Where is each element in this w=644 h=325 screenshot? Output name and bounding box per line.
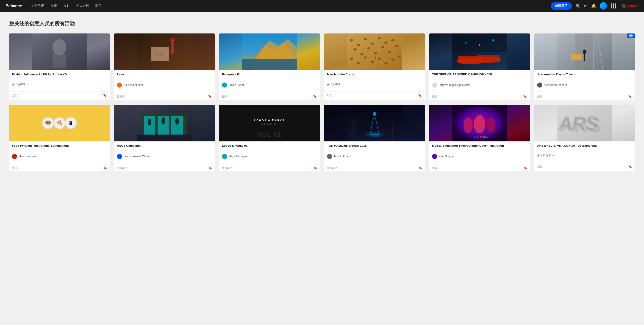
card-category-patagonia: 摄影 (222, 95, 227, 98)
svg-rect-6 (171, 40, 174, 54)
author-name-kia: Harvest Digital Agriculture (439, 83, 470, 87)
card-logos[interactable]: LOGOS & MARKS COLLECTION VOL 01 Logos & … (219, 105, 320, 171)
card-author-lesa: A Friend of Mine (117, 82, 212, 87)
bell-icon[interactable]: 🔔 (591, 3, 596, 8)
card-image-kia (429, 33, 530, 70)
svg-text:🍩: 🍩 (45, 120, 51, 126)
bookmark-tokyo1[interactable]: 🔖 (628, 95, 632, 98)
svg-rect-11 (242, 59, 297, 70)
svg-rect-12 (347, 33, 402, 70)
svg-point-79 (373, 112, 376, 116)
svg-rect-41 (477, 55, 500, 62)
avatar[interactable] (600, 2, 607, 10)
card-food[interactable]: 🍩 🍕 📱 Food Pyramid Illustrations & Anima… (9, 105, 110, 171)
card-kia[interactable]: THE NEW KIA PROCEED CAMPAIGN - CGI H Har… (429, 33, 530, 100)
svg-point-1 (52, 39, 66, 55)
svg-point-26 (395, 45, 398, 47)
bookmark-food[interactable]: 🔖 (103, 166, 107, 170)
card-image-asos (114, 105, 215, 141)
card-image-muse: SIMULATION (429, 105, 530, 141)
nav-live[interactable]: 实时 (63, 4, 70, 8)
card-author-muse: Paul Shipper (432, 154, 527, 159)
svg-point-84 (464, 117, 473, 133)
card-category-tokyo1: 摄影 (537, 95, 542, 98)
card-body-logos: Logos & Marks 01 Mapa Barragan (219, 141, 320, 164)
svg-point-86 (486, 117, 496, 133)
author-name-food: Mario Jacome (18, 155, 36, 158)
card-category-ars: 摄影 (537, 165, 542, 168)
adobe-logo[interactable]: ⬛ Adobe (622, 4, 638, 8)
apps-icon[interactable] (611, 3, 616, 8)
mail-icon[interactable]: ✉ (584, 3, 588, 8)
bookmark-kia[interactable]: 🔖 (523, 95, 527, 98)
card-tokyo2[interactable]: TOKYO MICHITERASU 2018 Tatsuki Kondo 图形设… (324, 105, 425, 171)
multi-owner-label-crabs: 多个所有者 (327, 82, 341, 86)
card-tokyo1[interactable]: 最新 Just Another Day in Tokyo Alessandro … (534, 33, 635, 100)
author-avatar-food (12, 154, 17, 159)
svg-point-66 (162, 117, 165, 124)
card-title-lesa: Lesa (117, 72, 212, 81)
bookmark-tokyo2[interactable]: 🔖 (418, 166, 422, 170)
card-title-tokyo1: Just Another Day in Tokyo (537, 72, 632, 81)
author-name-muse: Paul Shipper (439, 155, 454, 158)
nav-for-you[interactable]: 为您呈现 (31, 4, 44, 8)
nav-discover[interactable]: 发现 (50, 4, 57, 8)
bookmark-asos[interactable]: 🔖 (208, 166, 212, 170)
svg-point-22 (367, 47, 370, 49)
author-avatar-tokyo2 (327, 154, 332, 159)
bookmark-ars[interactable]: 🔖 (628, 165, 632, 168)
card-fashion[interactable]: Fashion Influencer UI Kit for Adobe XD 多… (9, 33, 110, 100)
card-category-fashion: 交互 (12, 94, 17, 97)
card-title-crabs: March of the Crabs (327, 72, 422, 81)
cards-grid-row2: 🍩 🍕 📱 Food Pyramid Illustrations & Anima… (9, 105, 635, 171)
card-crabs[interactable]: March of the Crabs 多个所有者 ▾ 动画 🔖 (324, 33, 425, 100)
card-body-fashion: Fashion Influencer UI Kit for Adobe XD 多… (9, 70, 110, 91)
bookmark-muse[interactable]: 🔖 (523, 166, 527, 170)
svg-text:VOL 01: VOL 01 (257, 131, 282, 138)
card-author-patagonia: Lukas Furlan (222, 82, 317, 87)
card-ars[interactable]: ARS ARS ARS BREVIS, VITA LONGA - Ús Barc… (534, 105, 635, 171)
card-category-tokyo2: 图形设计 (327, 166, 337, 170)
card-body-patagonia: Patagonia III Lukas Furlan (219, 70, 320, 93)
card-body-crabs: March of the Crabs 多个所有者 ▾ (324, 70, 425, 91)
svg-point-34 (398, 55, 401, 57)
svg-rect-42 (452, 33, 507, 52)
svg-point-85 (474, 115, 485, 133)
svg-point-15 (364, 38, 367, 40)
card-title-food: Food Pyramid Illustrations & Animations (12, 144, 107, 152)
card-body-lesa: Lesa A Friend of Mine (114, 70, 215, 93)
bookmark-crabs[interactable]: 🔖 (418, 93, 422, 97)
svg-point-14 (357, 44, 360, 46)
card-footer-kia: 摄影 🔖 (429, 93, 530, 100)
card-title-fashion: Fashion Influencer UI Kit for Adobe XD (12, 72, 107, 81)
card-body-kia: THE NEW KIA PROCEED CAMPAIGN - CGI H Har… (429, 70, 530, 93)
svg-point-23 (374, 52, 377, 54)
card-author-crabs: 多个所有者 ▾ (327, 82, 422, 86)
multi-owner-label-fashion: 多个所有者 (12, 82, 26, 86)
card-category-food: 动画 (12, 166, 17, 170)
svg-point-65 (148, 118, 151, 125)
card-muse[interactable]: SIMULATION MUSE: Simulation Theory Album… (429, 105, 530, 171)
card-category-kia: 摄影 (432, 95, 437, 98)
nav-jobs[interactable]: 职位 (96, 4, 102, 8)
multi-owner-arrow-crabs: ▾ (342, 83, 344, 86)
svg-point-30 (370, 61, 374, 63)
card-title-muse: MUSE: Simulation Theory Album Cover illu… (432, 144, 527, 152)
behance-logo[interactable]: Bëhance (6, 4, 22, 8)
card-footer-ars: 摄影 🔖 (534, 163, 635, 170)
create-project-button[interactable]: 创建项目 (551, 2, 572, 10)
bookmark-logos[interactable]: 🔖 (313, 166, 317, 170)
card-lesa[interactable]: LESA Lesa A Friend of Mine 图形设计 🔖 (114, 33, 215, 100)
card-patagonia[interactable]: Patagonia III Lukas Furlan 摄影 🔖 (219, 33, 320, 100)
card-footer-tokyo2: 图形设计 🔖 (324, 164, 425, 171)
bookmark-lesa[interactable]: 🔖 (208, 95, 212, 98)
svg-point-44 (492, 39, 494, 41)
svg-text:SIMULATION: SIMULATION (470, 136, 488, 138)
card-footer-logos: 图形设计 🔖 (219, 164, 320, 171)
bookmark-patagonia[interactable]: 🔖 (313, 95, 317, 98)
card-footer-crabs: 动画 🔖 (324, 91, 425, 99)
card-asos[interactable]: ASOS Campaign Frans-Friso de Winter 图形设计… (114, 105, 215, 171)
search-icon[interactable]: 🔍 (576, 3, 580, 8)
bookmark-fashion[interactable]: 🔖 (103, 93, 107, 97)
nav-profile[interactable]: 个人资料 (76, 4, 89, 8)
